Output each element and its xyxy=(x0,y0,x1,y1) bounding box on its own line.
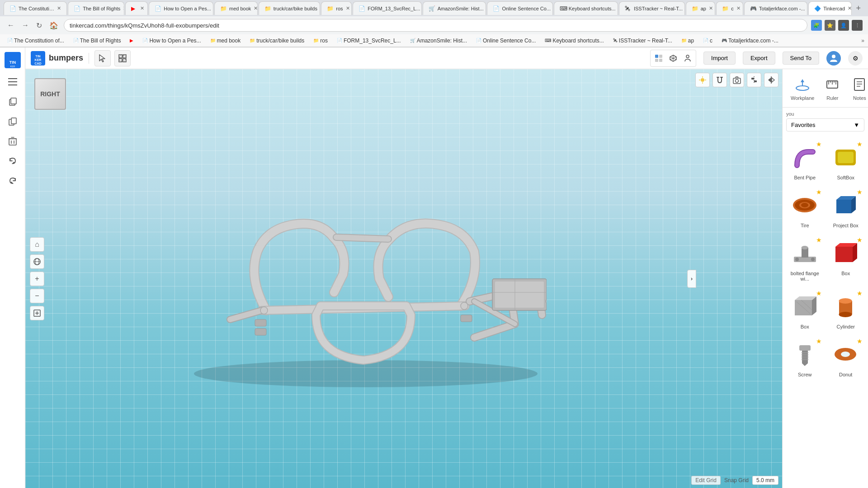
shape-item-screw[interactable]: ★ xyxy=(786,336,824,380)
shape-star-flange[interactable]: ★ xyxy=(816,236,822,244)
shape-star-screw[interactable]: ★ xyxy=(816,338,822,345)
shape-star-cylinder[interactable]: ★ xyxy=(857,290,863,297)
shape-item-donut[interactable]: ★ Donut xyxy=(827,336,865,380)
tab-close-ros[interactable]: ✕ xyxy=(346,5,350,11)
shape-star-bentpipe[interactable]: ★ xyxy=(816,141,822,148)
browser-tab-truck[interactable]: 📁 truck/car/bike builds ✕ xyxy=(259,1,321,15)
select-tool-button[interactable] xyxy=(94,50,111,66)
shape-star-boxred[interactable]: ★ xyxy=(857,236,863,244)
undo-button[interactable] xyxy=(4,152,22,170)
bookmark-form[interactable]: 📄 FORM_13_SvcRec_L... xyxy=(333,37,405,45)
zoom-in-button[interactable]: + xyxy=(30,272,44,286)
shape-star-tire[interactable]: ★ xyxy=(816,188,822,196)
orbit-button[interactable] xyxy=(30,254,44,269)
browser-tab-medbook[interactable]: 📁 med book ✕ xyxy=(214,1,258,15)
shape-item-boxred[interactable]: ★ Box xyxy=(827,235,865,284)
tab-close-ap[interactable]: ✕ xyxy=(709,5,713,11)
tab-close-medbook[interactable]: ✕ xyxy=(254,5,257,11)
cube-face-right[interactable]: RIGHT xyxy=(34,78,66,110)
workplane-tool-button[interactable]: Workplane xyxy=(786,73,819,103)
bookmark-billrights[interactable]: 📄 The Bill of Rights xyxy=(70,37,125,45)
snap-grid-value[interactable]: 5.0 mm xyxy=(752,476,778,485)
browser-tab-form[interactable]: 📄 FORM_13_SvcRec_L... ✕ xyxy=(353,1,421,15)
shape-item-softbox[interactable]: ★ SoftBox xyxy=(827,139,865,183)
browser-tab-billrights[interactable]: 📄 The Bill of Rights ✕ xyxy=(68,1,124,15)
shape-star-softbox[interactable]: ★ xyxy=(857,141,863,148)
bookmark-iss[interactable]: 🛰 ISSTracker ~ Real-T... xyxy=(609,37,676,45)
duplicate-button[interactable] xyxy=(4,113,22,131)
browser-tab-ap[interactable]: 📁 ap ✕ xyxy=(686,1,716,15)
viewport[interactable]: RIGHT ⌂ + − xyxy=(25,69,782,488)
import-button[interactable]: Import xyxy=(703,52,736,65)
align-icon-button[interactable] xyxy=(747,73,761,87)
tab-close-tinkercad[interactable]: ✕ xyxy=(848,5,851,11)
browser-tab-c[interactable]: 📁 c ✕ xyxy=(716,1,743,15)
copy-button[interactable] xyxy=(4,93,22,111)
bookmark-jerkface[interactable]: 🎮 Totaljerkface.com -... xyxy=(718,37,782,45)
browser-tab-ros[interactable]: 📁 ros ✕ xyxy=(321,1,352,15)
fit-view-button[interactable] xyxy=(30,306,44,320)
browser-tab-iss[interactable]: 🛰 ISSTracker ~ Real-T... ✕ xyxy=(619,1,685,15)
magnet-icon-button[interactable] xyxy=(712,73,727,87)
bookmark-truck[interactable]: 📁 truck/car/bike builds xyxy=(246,37,308,45)
shape-item-cylinder[interactable]: ★ Cylinder xyxy=(827,288,865,332)
settings-button[interactable]: ⚙ xyxy=(848,51,863,66)
reload-button[interactable]: ↻ xyxy=(34,19,44,32)
browser-tab-jerk[interactable]: 🎮 Totaljerkface.com -... ✕ xyxy=(744,1,807,15)
shape-star-boxgrey[interactable]: ★ xyxy=(816,290,822,297)
shapes-category-dropdown[interactable]: Favorites ▼ xyxy=(786,118,864,131)
extensions-icon[interactable]: 🧩 xyxy=(811,20,822,31)
tab-close-yt[interactable]: ✕ xyxy=(140,5,144,11)
shape-star-projectbox[interactable]: ★ xyxy=(857,188,863,196)
bookmark-ap[interactable]: 📁 ap xyxy=(678,37,698,45)
home-button[interactable]: 🏠 xyxy=(47,19,60,32)
browser-tab-sentence[interactable]: 📄 Online Sentence Co... ✕ xyxy=(487,1,552,15)
shape-item-bentpipe[interactable]: ★ Bent Pipe xyxy=(786,139,824,183)
back-button[interactable]: ← xyxy=(5,19,16,31)
tinkercad-app-logo[interactable]: TIN KER xyxy=(4,51,22,69)
tab-close-billrights[interactable]: ✕ xyxy=(123,5,124,11)
browser-tab-amazon[interactable]: 🛒 AmazonSmile: Hist... ✕ xyxy=(423,1,486,15)
shape-item-tire[interactable]: ★ Tire xyxy=(786,187,824,231)
tab-close[interactable]: ✕ xyxy=(57,5,61,11)
browser-tab-constitution[interactable]: 📄 The Constitution of... ✕ xyxy=(4,1,67,15)
browser-tab-yt[interactable]: ▶ ✕ xyxy=(125,1,148,15)
bookmark-keyboard[interactable]: ⌨ Keyboard shortcuts... xyxy=(541,37,607,45)
zoom-out-button[interactable]: − xyxy=(30,289,44,303)
bookmark-icon[interactable]: ⭐ xyxy=(825,20,835,31)
export-button[interactable]: Export xyxy=(743,52,775,65)
user-avatar[interactable] xyxy=(826,51,841,66)
light-icon-button[interactable] xyxy=(695,73,710,87)
view-3d-button[interactable] xyxy=(667,52,679,65)
bookmark-howto[interactable]: 📄 How to Open a Pes... xyxy=(139,37,204,45)
hamburger-menu-button[interactable] xyxy=(4,73,22,91)
ruler-tool-button[interactable]: Ruler xyxy=(819,73,846,103)
settings-menu-icon[interactable]: ⋮ xyxy=(852,20,863,31)
redo-button[interactable] xyxy=(4,172,22,190)
shape-item-boxgrey[interactable]: ★ Box xyxy=(786,288,824,332)
view-cube[interactable]: RIGHT xyxy=(34,78,71,114)
bookmark-constitution[interactable]: 📄 The Constitution of... xyxy=(4,37,68,45)
bookmark-sentence[interactable]: 📄 Online Sentence Co... xyxy=(472,37,539,45)
shape-item-flange[interactable]: ★ xyxy=(786,235,824,284)
notes-tool-button[interactable]: Notes xyxy=(846,73,868,103)
bookmark-ros[interactable]: 📁 ros xyxy=(310,37,331,45)
bookmark-yt[interactable]: ▶ xyxy=(126,37,137,44)
tab-close-c[interactable]: ✕ xyxy=(736,5,741,11)
url-input[interactable] xyxy=(64,19,807,32)
browser-tab-keyboard[interactable]: ⌨ Keyboard shortcuts... ✕ xyxy=(554,1,618,15)
shape-star-donut[interactable]: ★ xyxy=(857,338,863,345)
browser-tab-howto[interactable]: 📄 How to Open a Pes... ✕ xyxy=(149,1,213,15)
bookmark-c[interactable]: 📄 c xyxy=(699,37,716,45)
bookmarks-expand-button[interactable]: » xyxy=(861,38,864,44)
new-tab-button[interactable]: + xyxy=(853,4,865,13)
edit-grid-button[interactable]: Edit Grid xyxy=(691,476,721,485)
profile-icon[interactable]: 👤 xyxy=(838,20,849,31)
view-grid-button[interactable] xyxy=(652,52,665,65)
shape-item-projectbox[interactable]: ★ Project Box xyxy=(827,187,865,231)
browser-tab-tinkercad[interactable]: 🔷 Tinkercad ✕ xyxy=(808,1,851,15)
group-button[interactable] xyxy=(114,50,131,66)
sendto-button[interactable]: Send To xyxy=(783,52,819,65)
camera-icon-button[interactable] xyxy=(730,73,744,87)
mirror-icon-button[interactable] xyxy=(764,73,778,87)
